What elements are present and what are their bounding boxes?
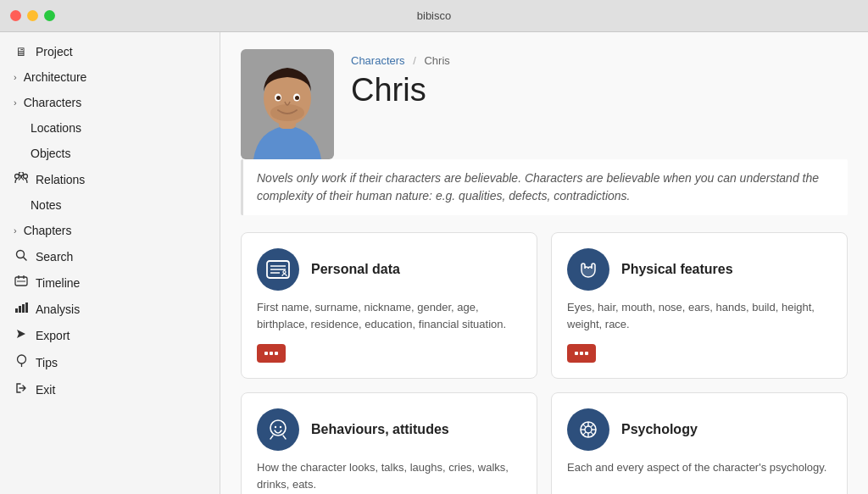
- sidebar-item-architecture[interactable]: › Architecture: [0, 64, 220, 90]
- main-content: Characters / Chris Chris Novels only wor…: [220, 32, 868, 494]
- sidebar-label-exit: Exit: [36, 383, 55, 397]
- sidebar-label-characters: Characters: [24, 96, 81, 109]
- svg-point-1: [24, 175, 28, 179]
- breadcrumb-separator: /: [413, 54, 416, 67]
- sidebar-item-timeline[interactable]: Timeline: [0, 269, 220, 296]
- sidebar-item-project[interactable]: 🖥 Project: [0, 39, 220, 64]
- svg-point-32: [280, 426, 281, 428]
- card-title-psychology: Psychology: [621, 422, 698, 437]
- physical-features-icon: [567, 248, 609, 291]
- card-header: Behaviours, attitudes: [257, 408, 521, 451]
- sidebar-label-timeline: Timeline: [36, 276, 80, 290]
- svg-point-34: [585, 426, 592, 433]
- chevron-icon: ›: [14, 97, 17, 108]
- app-body: 🖥 Project › Architecture › Characters Lo…: [0, 32, 868, 494]
- svg-marker-13: [17, 330, 25, 338]
- sidebar-label-objects: Objects: [31, 147, 70, 160]
- sidebar-label-analysis: Analysis: [36, 303, 80, 316]
- analysis-icon: [14, 302, 29, 316]
- completeness-badge: [567, 344, 596, 363]
- card-title-personal: Personal data: [311, 262, 400, 277]
- svg-rect-10: [19, 306, 21, 313]
- sidebar-item-export[interactable]: Export: [0, 322, 220, 348]
- character-quote: Novels only work if their characters are…: [241, 159, 848, 215]
- sidebar-label-project: Project: [36, 45, 73, 58]
- sidebar-item-relations[interactable]: Relations: [0, 166, 220, 192]
- svg-line-4: [24, 258, 27, 261]
- cards-grid: Personal data First name, surname, nickn…: [220, 232, 868, 494]
- card-desc-personal: First name, surname, nickname, gender, a…: [257, 299, 521, 332]
- sidebar-item-tips[interactable]: Tips: [0, 348, 220, 376]
- sidebar-label-relations: Relations: [36, 173, 85, 186]
- card-physical-features[interactable]: Physical features Eyes, hair, mouth, nos…: [551, 232, 848, 379]
- sidebar-label-chapters: Chapters: [24, 224, 72, 237]
- card-title-physical: Physical features: [621, 262, 733, 277]
- svg-line-41: [591, 425, 593, 427]
- sidebar-item-objects[interactable]: Objects: [0, 141, 220, 166]
- sidebar-item-analysis[interactable]: Analysis: [0, 296, 220, 322]
- timeline-icon: [14, 275, 29, 290]
- svg-rect-12: [25, 303, 28, 313]
- sidebar-item-locations[interactable]: Locations: [0, 115, 220, 141]
- exit-icon: [14, 382, 29, 397]
- window-controls: [10, 10, 55, 21]
- card-desc-psychology: Each and every aspect of the character's…: [567, 459, 832, 476]
- svg-point-14: [17, 355, 25, 364]
- chevron-icon: ›: [14, 72, 17, 82]
- sidebar-label-architecture: Architecture: [24, 70, 87, 84]
- card-desc-physical: Eyes, hair, mouth, nose, ears, hands, bu…: [567, 299, 832, 332]
- card-header: Personal data: [257, 248, 521, 291]
- personal-data-icon: [257, 248, 299, 291]
- minimize-button[interactable]: [27, 10, 38, 21]
- card-behaviours[interactable]: Behaviours, attitudes How the character …: [241, 392, 537, 494]
- close-button[interactable]: [10, 10, 21, 21]
- sidebar-item-search[interactable]: Search: [0, 243, 220, 269]
- sidebar-label-tips: Tips: [36, 356, 58, 369]
- titlebar: bibisco: [0, 0, 868, 32]
- svg-line-39: [583, 425, 586, 427]
- sidebar-label-locations: Locations: [31, 121, 81, 135]
- svg-point-23: [295, 96, 299, 100]
- card-psychology[interactable]: Psychology Each and every aspect of the …: [551, 392, 848, 494]
- sidebar-item-characters[interactable]: › Characters: [0, 90, 220, 115]
- card-title-behaviours: Behaviours, attitudes: [311, 422, 449, 437]
- svg-point-2: [19, 172, 24, 176]
- svg-rect-11: [22, 304, 25, 313]
- maximize-button[interactable]: [44, 10, 55, 21]
- svg-rect-9: [15, 308, 18, 313]
- svg-point-22: [276, 96, 281, 100]
- sidebar: 🖥 Project › Architecture › Characters Lo…: [0, 32, 220, 494]
- quote-text: Novels only work if their characters are…: [257, 171, 819, 203]
- relations-icon: [14, 172, 29, 186]
- psychology-icon: [567, 408, 609, 451]
- card-desc-behaviours: How the character looks, talks, laughs, …: [257, 459, 521, 492]
- card-personal-data[interactable]: Personal data First name, surname, nickn…: [241, 232, 537, 379]
- sidebar-label-search: Search: [36, 250, 73, 264]
- breadcrumb-parent[interactable]: Characters: [351, 54, 405, 67]
- card-header: Physical features: [567, 248, 832, 291]
- app-title: bibisco: [417, 9, 451, 22]
- sidebar-item-chapters[interactable]: › Chapters: [0, 218, 220, 243]
- svg-point-31: [275, 426, 276, 428]
- svg-line-40: [591, 432, 593, 435]
- behaviours-icon: [257, 408, 299, 451]
- chevron-icon: ›: [14, 225, 17, 236]
- sidebar-label-export: Export: [36, 329, 70, 342]
- sidebar-label-notes: Notes: [31, 198, 62, 212]
- tips-icon: [14, 354, 29, 370]
- svg-line-42: [583, 432, 586, 435]
- card-header: Psychology: [567, 408, 832, 451]
- breadcrumb-current: Chris: [424, 54, 449, 67]
- breadcrumb: Characters / Chris: [351, 54, 848, 72]
- character-name: Chris: [351, 72, 848, 108]
- sidebar-item-exit[interactable]: Exit: [0, 376, 220, 402]
- completeness-badge: [257, 344, 286, 363]
- character-avatar: [241, 49, 334, 159]
- svg-point-0: [15, 175, 19, 179]
- search-icon: [14, 249, 29, 264]
- sidebar-item-notes[interactable]: Notes: [0, 192, 220, 218]
- export-icon: [14, 328, 29, 342]
- project-icon: 🖥: [14, 45, 29, 58]
